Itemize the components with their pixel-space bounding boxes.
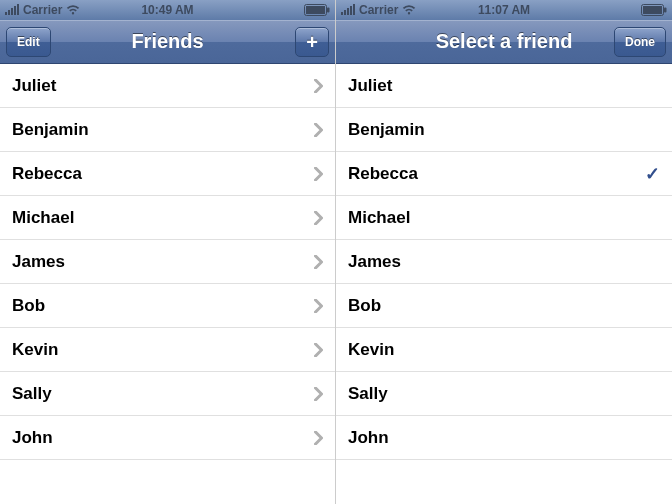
chevron-right-icon xyxy=(314,387,323,401)
friend-name: John xyxy=(12,428,53,448)
status-bar: Carrier11:07 AM xyxy=(336,0,672,20)
friend-name: Juliet xyxy=(348,76,392,96)
friend-name: Bob xyxy=(12,296,45,316)
screen-1: Carrier11:07 AMSelect a friendDoneJuliet… xyxy=(336,0,672,504)
status-bar: Carrier10:49 AM xyxy=(0,0,335,20)
chevron-right-icon xyxy=(314,79,323,93)
nav-bar: Select a friendDone xyxy=(336,20,672,64)
done-button-label: Done xyxy=(625,35,655,49)
nav-bar: EditFriends+ xyxy=(0,20,335,64)
friend-name: James xyxy=(12,252,65,272)
table-row[interactable]: Kevin xyxy=(0,328,335,372)
table-row[interactable]: John xyxy=(0,416,335,460)
table-row[interactable]: Michael xyxy=(0,196,335,240)
friend-name: Bob xyxy=(348,296,381,316)
chevron-right-icon xyxy=(314,255,323,269)
chevron-right-icon xyxy=(314,343,323,357)
friend-name: Kevin xyxy=(348,340,394,360)
friends-table[interactable]: JulietBenjaminRebecca✓MichaelJamesBobKev… xyxy=(336,64,672,504)
chevron-right-icon xyxy=(314,167,323,181)
screen-0: Carrier10:49 AMEditFriends+JulietBenjami… xyxy=(0,0,336,504)
friend-name: Sally xyxy=(12,384,52,404)
table-row[interactable]: Bob xyxy=(336,284,672,328)
plus-icon: + xyxy=(306,32,318,52)
status-time: 11:07 AM xyxy=(336,3,672,17)
table-row[interactable]: James xyxy=(0,240,335,284)
table-row[interactable]: Rebecca✓ xyxy=(336,152,672,196)
status-time: 10:49 AM xyxy=(0,3,335,17)
chevron-right-icon xyxy=(314,123,323,137)
table-row[interactable]: Juliet xyxy=(336,64,672,108)
edit-button-label: Edit xyxy=(17,35,40,49)
nav-title: Select a friend xyxy=(436,30,573,53)
friend-name: Michael xyxy=(12,208,74,228)
friend-name: Juliet xyxy=(12,76,56,96)
chevron-right-icon xyxy=(314,299,323,313)
done-button[interactable]: Done xyxy=(614,27,666,57)
table-row[interactable]: Sally xyxy=(0,372,335,416)
friend-name: Michael xyxy=(348,208,410,228)
table-row[interactable]: John xyxy=(336,416,672,460)
table-row[interactable]: Kevin xyxy=(336,328,672,372)
chevron-right-icon xyxy=(314,211,323,225)
checkmark-icon: ✓ xyxy=(645,163,660,185)
edit-button[interactable]: Edit xyxy=(6,27,51,57)
table-row[interactable]: Bob xyxy=(0,284,335,328)
table-row[interactable]: Sally xyxy=(336,372,672,416)
friend-name: James xyxy=(348,252,401,272)
friend-name: John xyxy=(348,428,389,448)
friend-name: Kevin xyxy=(12,340,58,360)
table-row[interactable]: Benjamin xyxy=(0,108,335,152)
table-row[interactable]: Michael xyxy=(336,196,672,240)
friend-name: Benjamin xyxy=(12,120,89,140)
table-row[interactable]: Juliet xyxy=(0,64,335,108)
table-row[interactable]: Rebecca xyxy=(0,152,335,196)
table-row[interactable]: Benjamin xyxy=(336,108,672,152)
friend-name: Benjamin xyxy=(348,120,425,140)
friend-name: Rebecca xyxy=(348,164,418,184)
friend-name: Sally xyxy=(348,384,388,404)
friend-name: Rebecca xyxy=(12,164,82,184)
friends-table[interactable]: JulietBenjaminRebeccaMichaelJamesBobKevi… xyxy=(0,64,335,504)
nav-title: Friends xyxy=(131,30,203,53)
table-row[interactable]: James xyxy=(336,240,672,284)
chevron-right-icon xyxy=(314,431,323,445)
add-button[interactable]: + xyxy=(295,27,329,57)
